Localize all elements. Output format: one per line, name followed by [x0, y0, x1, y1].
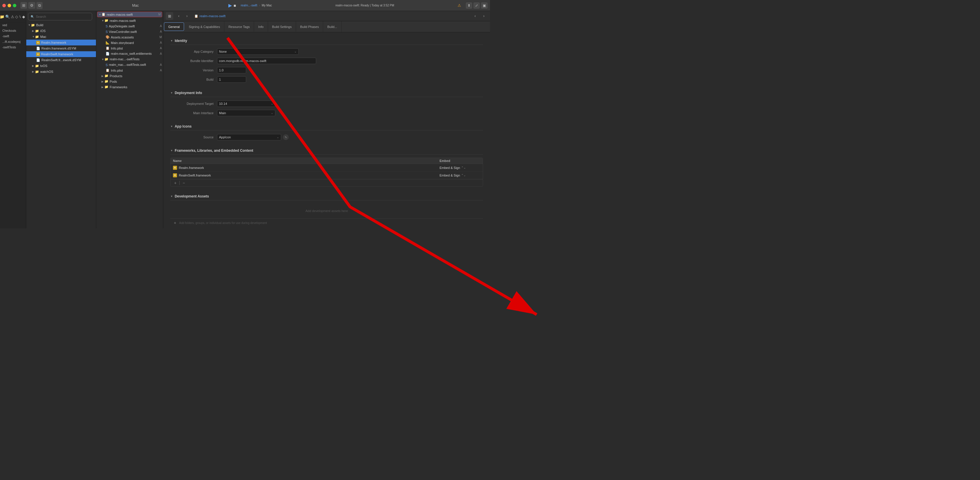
tree-item-entitlements[interactable]: 📄 realm-macos_swift.entitlements A — [96, 51, 163, 57]
tree-item-pods[interactable]: ▶ 📁 Pods — [96, 79, 163, 84]
panel-toggle-btn[interactable]: ⊞ — [21, 2, 27, 9]
expand-arrow-frameworks: ▶ — [102, 86, 104, 89]
stop-button[interactable]: ■ — [234, 3, 236, 8]
inspector-nav-forward[interactable]: › — [183, 12, 191, 20]
expand-arrow-build: ▼ — [28, 24, 31, 27]
deployment-collapse[interactable]: ▼ — [170, 92, 173, 94]
tab-build-rules[interactable]: Build... — [323, 21, 342, 32]
play-button[interactable]: ▶ — [228, 3, 232, 8]
tree-item-viewcontroller[interactable]: S ViewController.swift A — [96, 29, 163, 34]
split-btn[interactable]: ▣ — [481, 2, 488, 9]
file-tree-item-realm-dsym[interactable]: 📄 Realm.framework.dSYM — [26, 46, 96, 51]
view-btn[interactable]: ⧉ — [37, 2, 43, 9]
nav-icon-test[interactable]: ◇ — [15, 13, 18, 21]
slim-item-ved[interactable]: ved — [0, 22, 26, 28]
table-row-realmswift[interactable]: R RealmSwift.framework Embed & Sign ⌃⌄ — [171, 171, 483, 179]
app-icons-title: App Icons — [175, 124, 192, 128]
tree-item-appdelegate[interactable]: S AppDelegate.swift A — [96, 23, 163, 29]
nav-icon-search[interactable]: 🔍 — [5, 13, 10, 21]
file-tree-item-tvos[interactable]: ▶ 📁 tvOS — [26, 63, 96, 69]
realm-embed-stepper[interactable]: ⌃⌄ — [461, 166, 466, 169]
build-row: Build 1 — [170, 76, 483, 83]
inspector-back-file[interactable]: ‹ — [471, 12, 479, 20]
close-button[interactable] — [2, 4, 6, 7]
tree-item-label-mac-folder: realm-macos-swift — [110, 19, 135, 22]
build-field[interactable]: 1 — [217, 76, 246, 83]
tab-signing[interactable]: Signing & Capabilities — [185, 21, 224, 32]
deploy-target-value: 10.14 — [219, 102, 227, 105]
tree-item-assets[interactable]: 🎨 Assets.xcassets M — [96, 34, 163, 40]
realmswift-embed-value[interactable]: Embed & Sign ⌃⌄ — [439, 174, 480, 177]
tab-build-settings[interactable]: Build Settings — [268, 21, 296, 32]
tree-item-realm-macos-swift-root[interactable]: ▼ 📋 realm-macos-swift M — [97, 12, 162, 17]
build-label: Build — [170, 78, 217, 81]
file-tree-item-realmswift-framework[interactable]: R RealmSwift.framework — [26, 51, 96, 57]
tree-item-label-assets: Assets.xcassets — [111, 35, 134, 39]
nav-panel-icon[interactable]: ⊞ — [165, 12, 173, 20]
tree-item-label-entitlements: realm-macos_swift.entitlements — [111, 52, 152, 55]
minimize-button[interactable] — [8, 4, 11, 7]
file-tree-item-ios[interactable]: ▶ 📁 iOS — [26, 28, 96, 34]
realm-embed-label: Embed & Sign — [439, 166, 460, 170]
tree-item-tests-folder[interactable]: ▼ 📁 realm-mac...-swiftTests — [96, 57, 163, 62]
inspector-btn[interactable]: ⚙ — [28, 2, 35, 9]
tree-item-storyboard[interactable]: 📐 Main.storyboard A — [96, 40, 163, 46]
app-category-row: App Category None ⌄ — [170, 48, 483, 55]
nav-icon-debug[interactable]: ⑊ — [19, 13, 21, 21]
slim-item-xcodeproj[interactable]: ...ift.xcodeproj — [0, 39, 26, 44]
tab-resource-tags[interactable]: Resource Tags — [224, 21, 254, 32]
bundle-id-field[interactable]: com.mongodb.realm-macos-swift — [217, 58, 316, 64]
realmswift-embed-stepper[interactable]: ⌃⌄ — [461, 174, 466, 177]
tree-item-tests-plist[interactable]: 📋 Info.plist A — [96, 68, 163, 73]
fullscreen-button[interactable] — [13, 4, 16, 7]
frameworks-remove-btn[interactable]: − — [181, 181, 186, 185]
search-placeholder: Search — [36, 15, 46, 18]
frameworks-section: ▼ Frameworks, Libraries, and Embedded Co… — [170, 147, 483, 187]
identity-collapse[interactable]: ▼ — [170, 39, 173, 42]
app-category-dropdown[interactable]: None ⌄ — [217, 48, 299, 55]
deploy-target-dropdown[interactable]: 10.14 ⌄ — [217, 100, 275, 107]
tab-build-phases[interactable]: Build Phases — [296, 21, 323, 32]
file-tree-item-mac[interactable]: ▼ 📁 Mac — [26, 34, 96, 40]
version-field[interactable]: 1.0 — [217, 67, 246, 73]
table-row-realm[interactable]: R Realm.framework Embed & Sign ⌃⌄ — [171, 164, 483, 171]
device-label[interactable]: My Mac — [262, 4, 272, 7]
inspector-forward-file[interactable]: › — [480, 12, 488, 20]
tree-item-products[interactable]: ▶ 📁 Products — [96, 73, 163, 79]
tab-general[interactable]: General — [164, 22, 184, 31]
plist-icon: 📋 — [106, 46, 110, 50]
nav-icon-breakpoint[interactable]: ◆ — [22, 13, 25, 21]
fullscreen-btn[interactable]: ⤢ — [473, 2, 480, 9]
slim-item-tests[interactable]: -swiftTests — [0, 44, 26, 50]
scheme-label[interactable]: realm...-swift — [240, 4, 257, 7]
tree-item-frameworks[interactable]: ▶ 📁 Frameworks — [96, 84, 163, 90]
tree-item-tests-swift[interactable]: S realm_mac...-swiftTests.swift A — [96, 62, 163, 68]
tree-item-label-tests-swift: realm_mac...-swiftTests.swift — [109, 63, 146, 67]
main-interface-dropdown[interactable]: Main ⌄ — [217, 110, 275, 116]
file-tree-label-tvos: tvOS — [40, 64, 47, 68]
frameworks-collapse[interactable]: ▼ — [170, 149, 173, 152]
frameworks-add-btn[interactable]: + — [173, 181, 178, 185]
app-icons-collapse[interactable]: ▼ — [170, 125, 173, 128]
tab-info[interactable]: Info — [254, 21, 268, 32]
assets-icon: 🎨 — [106, 35, 110, 39]
file-tree-item-realmswift-dsym[interactable]: 📄 RealmSwift.fr...ework.dSYM — [26, 57, 96, 63]
realm-embed-value[interactable]: Embed & Sign ⌃⌄ — [439, 166, 480, 170]
inspector-nav-back[interactable]: ‹ — [175, 12, 183, 20]
file-tree-item-build[interactable]: ▼ 📁 Build — [26, 22, 96, 28]
file-tree-item-watchos[interactable]: ▶ 📁 watchOS — [26, 69, 96, 74]
bundle-id-row: Bundle Identifier com.mongodb.realm-maco… — [170, 57, 483, 65]
nav-icon-folder[interactable]: 📁 — [0, 13, 5, 21]
tree-item-realm-macos-swift-folder[interactable]: ▼ 📁 realm-macos-swift — [96, 18, 163, 23]
nav-icon-warning[interactable]: ⚠ — [11, 13, 14, 21]
search-input[interactable]: 🔍 Search — [28, 13, 92, 21]
source-edit-btn[interactable]: ✎ — [283, 134, 289, 140]
slim-item-checkouts[interactable]: Checkouts — [0, 28, 26, 33]
development-assets-collapse[interactable]: ▼ — [170, 195, 173, 198]
tree-item-infoplist[interactable]: 📋 Info.plist A — [96, 46, 163, 51]
cloud-btn[interactable]: ⬆ — [466, 2, 472, 9]
source-dropdown[interactable]: AppIcon ⌄ — [217, 134, 281, 140]
development-assets-add-btn[interactable]: + — [173, 220, 177, 225]
slim-item-swift[interactable]: -swift — [0, 33, 26, 39]
file-tree-item-realm-framework[interactable]: R Realm.framework — [26, 40, 96, 46]
